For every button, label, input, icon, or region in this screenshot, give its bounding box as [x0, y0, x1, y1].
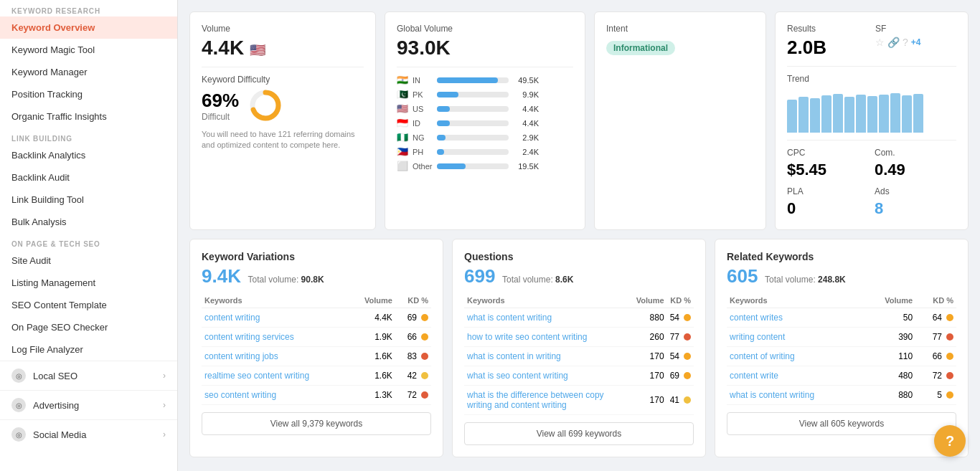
kd-dot — [946, 353, 953, 360]
sidebar-item-label-position-tracking: Position Tracking — [11, 89, 83, 100]
related-view-all[interactable]: View all 605 keywords — [727, 412, 956, 435]
sidebar-item-seo-content-template[interactable]: SEO Content Template — [0, 294, 177, 316]
keyword-link[interactable]: how to write seo content writing — [467, 332, 587, 342]
sidebar-item-social-media[interactable]: ◎ Social Media › — [0, 419, 177, 449]
table-row: what is the difference between copy writ… — [464, 386, 694, 415]
sidebar-item-organic-traffic-insights[interactable]: Organic Traffic Insights — [0, 105, 177, 128]
keyword-link[interactable]: what is the difference between copy writ… — [467, 390, 604, 410]
questions-total: Total volume: 8.6K — [502, 275, 573, 285]
sf-section: SF ☆ 🔗 ? +4 — [875, 24, 956, 59]
kd-cell: 69 — [395, 308, 431, 328]
keyword-link[interactable]: what is content writing — [730, 390, 814, 400]
vol-cell: 110 — [864, 347, 915, 366]
kd-dot — [421, 391, 428, 399]
sidebar-item-advertising[interactable]: ◎ Advertising › — [0, 390, 177, 419]
keyword-link[interactable]: what is seo content writing — [467, 371, 568, 381]
sidebar-item-listing-management[interactable]: Listing Management — [0, 272, 177, 294]
related-col-kw: Keywords — [727, 293, 864, 308]
sidebar-item-link-building-tool[interactable]: Link Building Tool — [0, 189, 177, 211]
kd-cell: 66 — [395, 328, 431, 347]
keyword-link[interactable]: content writes — [730, 313, 783, 323]
val-NG: 2.9K — [513, 133, 539, 142]
questions-col-kw: Keywords — [464, 293, 633, 308]
keyword-link[interactable]: content writing jobs — [204, 351, 278, 361]
trend-bar-item — [844, 97, 854, 133]
sidebar-item-backlink-analytics[interactable]: Backlink Analytics — [0, 144, 177, 166]
variations-view-all[interactable]: View all 9,379 keywords — [202, 412, 431, 435]
keyword-link[interactable]: content of writing — [730, 351, 795, 361]
keyword-link[interactable]: what is content writing — [467, 313, 552, 323]
volume-label: Volume — [202, 24, 364, 34]
sidebar-section-on-page: ON PAGE & TECH SEO — [0, 233, 177, 249]
sf-plus: +4 — [911, 37, 921, 47]
questions-view-all[interactable]: View all 699 keywords — [464, 422, 694, 445]
pla-grid: PLA 0 Ads 8 — [787, 186, 956, 218]
cpc-value: $5.45 — [787, 161, 869, 179]
keyword-link[interactable]: content write — [730, 371, 778, 381]
keyword-link[interactable]: seo content writing — [204, 390, 276, 400]
bar-Other — [437, 163, 466, 169]
kd-cell: 41 — [667, 386, 694, 415]
related-total: Total volume: 248.8K — [765, 275, 846, 285]
keyword-link[interactable]: content writing services — [204, 332, 294, 342]
main-content: Volume 4.4K 🇺🇸 Keyword Difficulty 69% Di… — [178, 0, 980, 471]
sidebar-item-keyword-manager[interactable]: Keyword Manager — [0, 61, 177, 83]
code-PK: PK — [413, 90, 433, 99]
keyword-link[interactable]: what is content in writing — [467, 351, 561, 361]
volume-card: Volume 4.4K 🇺🇸 Keyword Difficulty 69% Di… — [189, 11, 376, 230]
questions-col-vol: Volume — [633, 293, 667, 308]
questions-table: Keywords Volume KD % what is content wri… — [464, 293, 694, 415]
kd-dot — [421, 314, 428, 321]
bar-PK — [437, 92, 458, 97]
kd-cell: 5 — [915, 386, 956, 405]
sidebar-item-keyword-magic-tool[interactable]: Keyword Magic Tool — [0, 39, 177, 61]
trend-bar-item — [913, 94, 923, 133]
code-NG: NG — [413, 133, 433, 142]
help-button[interactable]: ? — [934, 425, 966, 457]
chevron-right-icon: › — [163, 429, 166, 439]
global-volume-bars: 🇮🇳 IN 49.5K 🇵🇰 PK 9.9K 🇺🇸 US 4.4K 🇮🇩 ID — [397, 75, 573, 171]
sidebar-section-link-building: LINK BUILDING — [0, 128, 177, 144]
variations-col-kd: KD % — [395, 293, 431, 308]
bar-IN — [437, 77, 498, 83]
variations-card: Keyword Variations 9.4K Total volume: 90… — [189, 239, 443, 457]
sidebar-item-position-tracking[interactable]: Position Tracking — [0, 83, 177, 105]
variations-total: Total volume: 90.8K — [248, 275, 324, 285]
cpc-label: CPC — [787, 148, 869, 158]
sidebar-item-on-page-seo-checker[interactable]: On Page SEO Checker — [0, 316, 177, 338]
keyword-link[interactable]: writing content — [730, 332, 785, 342]
table-row: what is content writing 880 5 — [727, 386, 956, 405]
kd-dot — [946, 391, 953, 399]
keyword-link[interactable]: content writing — [204, 313, 260, 323]
kd-cell: 69 — [667, 366, 694, 386]
sidebar-item-label-advertising: Advertising — [33, 400, 79, 411]
sidebar-item-label-bulk-analysis: Bulk Analysis — [11, 217, 67, 227]
kd-section: Keyword Difficulty 69% Difficult You wil… — [202, 75, 364, 151]
volume-value: 4.4K 🇺🇸 — [202, 37, 364, 60]
trend-bar-item — [821, 95, 831, 133]
chevron-right-icon: › — [163, 400, 166, 410]
vol-cell: 170 — [633, 366, 667, 386]
gv-row-NG: 🇳🇬 NG 2.9K — [397, 132, 573, 143]
kd-cell: 54 — [667, 308, 694, 328]
sidebar-item-backlink-audit[interactable]: Backlink Audit — [0, 166, 177, 189]
related-col-kd: KD % — [915, 293, 956, 308]
vol-cell: 390 — [864, 328, 915, 347]
link-icon: 🔗 — [887, 37, 900, 48]
questions-title: Questions — [464, 251, 694, 262]
com-value: 0.49 — [875, 161, 956, 179]
bar-wrap-IN — [437, 77, 509, 83]
code-Other: Other — [413, 162, 433, 171]
sidebar-item-label-keyword-manager: Keyword Manager — [11, 67, 88, 77]
sidebar-item-local-seo[interactable]: ◎ Local SEO › — [0, 361, 177, 390]
sidebar-item-keyword-overview[interactable]: Keyword Overview — [0, 16, 177, 39]
table-row: content writes 50 64 — [727, 308, 956, 328]
vol-cell: 880 — [633, 308, 667, 328]
vol-cell: 170 — [633, 386, 667, 415]
vol-cell: 1.3K — [350, 386, 395, 405]
sidebar-item-site-audit[interactable]: Site Audit — [0, 249, 177, 272]
kd-desc: You will need to have 121 referring doma… — [202, 129, 364, 151]
keyword-link[interactable]: realtime seo content writing — [204, 371, 309, 381]
sidebar-item-bulk-analysis[interactable]: Bulk Analysis — [0, 211, 177, 233]
sidebar-item-log-file-analyzer[interactable]: Log File Analyzer — [0, 338, 177, 361]
